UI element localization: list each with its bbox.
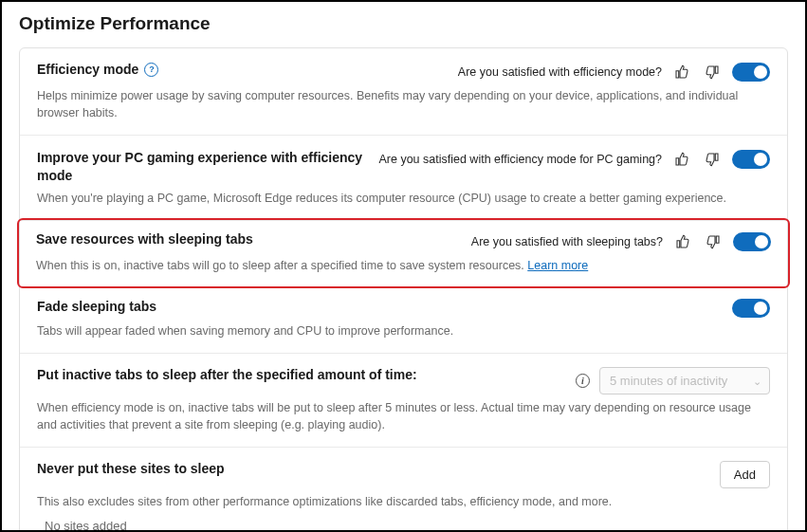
gaming-ask: Are you satisfied with efficiency mode f… — [378, 153, 662, 166]
gaming-title: Improve your PC gaming experience with e… — [37, 149, 365, 185]
exclusions-empty: No sites added — [37, 511, 770, 532]
info-icon[interactable]: ? — [144, 63, 158, 77]
timeout-title: Put inactive tabs to sleep after the spe… — [37, 367, 562, 382]
thumbs-down-icon[interactable] — [703, 231, 724, 252]
fade-toggle[interactable] — [732, 299, 770, 318]
add-button[interactable]: Add — [720, 461, 770, 488]
setting-gaming: Improve your PC gaming experience with e… — [20, 136, 787, 221]
setting-timeout: Put inactive tabs to sleep after the spe… — [20, 354, 787, 448]
setting-sleeping-tabs: Save resources with sleeping tabs Are yo… — [17, 218, 790, 288]
thumbs-up-icon[interactable] — [671, 62, 692, 83]
timeout-desc: When efficiency mode is on, inactive tab… — [37, 400, 770, 433]
fade-title: Fade sleeping tabs — [37, 299, 719, 314]
setting-fade: Fade sleeping tabs Tabs will appear fade… — [20, 285, 787, 355]
timeout-value: 5 minutes of inactivity — [610, 374, 727, 388]
setting-efficiency: Efficiency mode ? Are you satisfied with… — [20, 48, 787, 136]
settings-card: Efficiency mode ? Are you satisfied with… — [19, 47, 788, 532]
efficiency-toggle[interactable] — [732, 63, 770, 82]
chevron-down-icon: ⌄ — [753, 375, 761, 387]
sleeping-ask: Are you satisfied with sleeping tabs? — [471, 235, 663, 248]
gaming-toggle[interactable] — [732, 150, 770, 169]
sleeping-toggle[interactable] — [733, 232, 771, 251]
thumbs-up-icon[interactable] — [671, 149, 692, 170]
learn-more-link[interactable]: Learn more — [527, 259, 588, 272]
gaming-desc: When you're playing a PC game, Microsoft… — [37, 191, 770, 208]
thumbs-up-icon[interactable] — [672, 231, 693, 252]
timeout-select[interactable]: 5 minutes of inactivity ⌄ — [599, 367, 770, 394]
exclusions-title: Never put these sites to sleep — [37, 461, 706, 476]
thumbs-down-icon[interactable] — [702, 62, 723, 83]
setting-exclusions: Never put these sites to sleep Add This … — [20, 448, 787, 532]
sleeping-desc-text: When this is on, inactive tabs will go t… — [36, 259, 527, 272]
fade-desc: Tabs will appear faded when saving memor… — [37, 323, 770, 340]
sleeping-desc: When this is on, inactive tabs will go t… — [36, 258, 771, 275]
efficiency-desc: Helps minimize power usage by saving com… — [37, 88, 770, 121]
info-icon[interactable]: i — [576, 374, 590, 388]
page-title: Optimize Performance — [19, 13, 788, 34]
exclusions-desc: This also excludes sites from other perf… — [37, 494, 770, 511]
sleeping-title: Save resources with sleeping tabs — [36, 231, 458, 247]
thumbs-down-icon[interactable] — [702, 149, 723, 170]
efficiency-ask: Are you satisfied with efficiency mode? — [458, 65, 662, 79]
efficiency-title: Efficiency mode — [37, 62, 138, 77]
